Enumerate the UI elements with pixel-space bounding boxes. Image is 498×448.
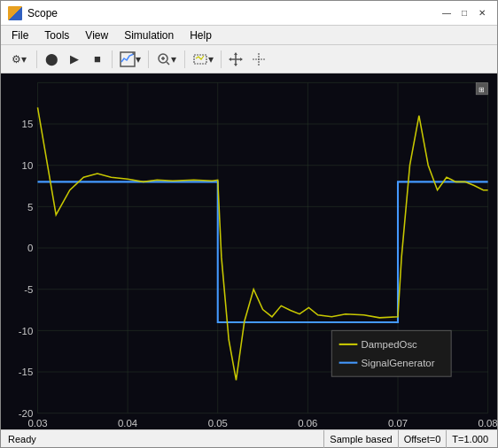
svg-text:15: 15 <box>22 119 34 129</box>
minimize-button[interactable]: — <box>439 6 455 20</box>
title-bar: Scope — □ ✕ <box>1 1 497 26</box>
toolbar-sep-2 <box>112 50 113 68</box>
autoscale-button[interactable]: ▾ <box>116 49 144 70</box>
menu-file[interactable]: File <box>4 27 35 43</box>
svg-text:-20: -20 <box>19 408 33 419</box>
svg-text:10: 10 <box>22 160 34 171</box>
settings-button[interactable]: ⚙▾ <box>4 49 33 70</box>
svg-text:0.08: 0.08 <box>479 418 497 429</box>
status-time: T=1.000 <box>446 430 494 448</box>
svg-text:-10: -10 <box>19 326 33 336</box>
chart-svg: 15 10 5 0 -5 -10 -15 -20 0.03 0.04 0.05 … <box>1 73 497 429</box>
svg-text:DampedOsc: DampedOsc <box>362 339 418 350</box>
svg-marker-8 <box>234 52 237 55</box>
svg-marker-11 <box>240 58 243 61</box>
status-sample-based: Sample based <box>323 430 397 448</box>
toolbar-sep-1 <box>36 50 37 68</box>
menu-bar: File Tools View Simulation Help <box>1 26 497 45</box>
status-ready-text: Ready <box>4 434 323 444</box>
toolbar-sep-4 <box>184 50 185 68</box>
close-button[interactable]: ✕ <box>474 6 490 20</box>
menu-tools[interactable]: Tools <box>37 27 76 43</box>
svg-text:SignalGenerator: SignalGenerator <box>362 358 435 368</box>
svg-text:-15: -15 <box>19 367 33 377</box>
toolbar-sep-3 <box>148 50 149 68</box>
svg-rect-5 <box>194 55 206 64</box>
start-button[interactable]: ▶ <box>64 49 85 70</box>
pan-button[interactable] <box>225 49 246 70</box>
svg-text:⊞: ⊞ <box>479 85 485 94</box>
svg-text:0.04: 0.04 <box>118 418 137 429</box>
svg-text:-5: -5 <box>24 284 33 295</box>
svg-text:0.06: 0.06 <box>298 418 317 429</box>
menu-view[interactable]: View <box>78 27 115 43</box>
svg-rect-44 <box>331 330 451 376</box>
svg-marker-10 <box>229 58 231 61</box>
status-offset: Offset=0 <box>398 430 447 448</box>
menu-help[interactable]: Help <box>183 27 219 43</box>
app-icon <box>8 6 22 20</box>
toolbar-sep-5 <box>221 50 222 68</box>
status-bar: Ready Sample based Offset=0 T=1.000 <box>1 429 497 447</box>
window-title: Scope <box>27 7 439 19</box>
scope-chart-area: 15 10 5 0 -5 -10 -15 -20 0.03 0.04 0.05 … <box>1 73 497 429</box>
stop-button[interactable]: ■ <box>87 49 108 70</box>
restore-button[interactable]: □ <box>456 6 472 20</box>
svg-text:5: 5 <box>27 202 33 212</box>
menu-simulation[interactable]: Simulation <box>117 27 181 43</box>
run-button[interactable]: ⬤ <box>41 49 62 70</box>
window-controls: — □ ✕ <box>439 6 490 20</box>
zoom-in-button[interactable]: ▾ <box>152 49 181 70</box>
svg-text:0.05: 0.05 <box>208 418 228 429</box>
toolbar: ⚙▾ ⬤ ▶ ■ ▾ ▾ <box>1 45 497 73</box>
svg-text:0.03: 0.03 <box>27 418 47 429</box>
svg-text:0: 0 <box>27 243 33 253</box>
svg-text:0.07: 0.07 <box>388 418 408 429</box>
zoom-region-button[interactable]: ▾ <box>189 49 217 70</box>
svg-line-4 <box>167 62 169 65</box>
scope-window: Scope — □ ✕ File Tools View Simulation H… <box>0 0 498 448</box>
status-right-section: Sample based Offset=0 T=1.000 <box>323 430 494 448</box>
cursor-button[interactable] <box>248 49 269 70</box>
svg-marker-9 <box>234 64 237 66</box>
